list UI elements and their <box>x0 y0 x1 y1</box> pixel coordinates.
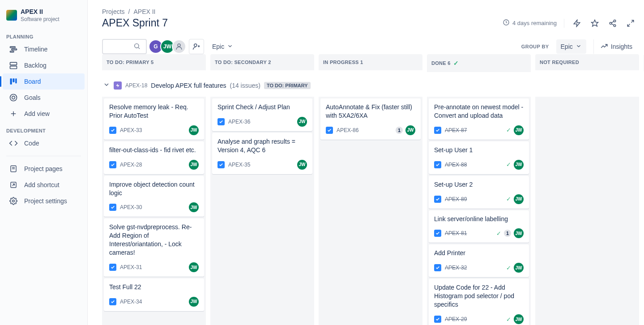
card-key[interactable]: APEX-33 <box>120 127 142 133</box>
sidebar-item-code[interactable]: Code <box>3 135 85 151</box>
card-title: Pre-annotate on newest model - Convert a… <box>434 103 524 120</box>
card-key[interactable]: APEX-31 <box>120 264 142 270</box>
column-header-done[interactable]: DONE 6✓ <box>427 54 531 72</box>
assignee-avatar[interactable]: JW <box>514 125 524 135</box>
svg-rect-0 <box>10 47 16 48</box>
issue-card[interactable]: Pre-annotate on newest model - Convert a… <box>429 98 529 140</box>
card-key[interactable]: APEX-81 <box>445 230 467 236</box>
card-key[interactable]: APEX-30 <box>120 204 142 210</box>
assignee-avatar[interactable]: JW <box>514 228 524 238</box>
issue-card[interactable]: Link server/online labellingAPEX-81✓1JW <box>429 210 529 243</box>
issue-card[interactable]: Set-up User 1APEX-88✓JW <box>429 141 529 174</box>
card-key[interactable]: APEX-86 <box>337 127 358 133</box>
sidebar-item-add-view[interactable]: Add view <box>3 106 85 122</box>
assignee-avatar[interactable]: JW <box>514 314 524 324</box>
chevron-down-icon[interactable] <box>103 81 110 90</box>
card-key[interactable]: APEX-32 <box>445 265 467 271</box>
issue-card[interactable]: filter-out-class-ids - fid rivet etc.APE… <box>104 141 204 174</box>
column-header-todo-secondary[interactable]: TO DO: SECONDARY 2 <box>210 54 314 70</box>
assignee-avatar[interactable]: JW <box>189 202 199 212</box>
development-section-label: DEVELOPMENT <box>0 122 87 135</box>
sidebar-item-timeline[interactable]: Timeline <box>3 41 85 57</box>
card-key[interactable]: APEX-88 <box>445 162 467 168</box>
card-key[interactable]: APEX-87 <box>445 127 467 133</box>
assignee-avatar[interactable]: JW <box>189 297 199 307</box>
column-body-not-required[interactable] <box>535 97 639 325</box>
insights-button[interactable]: Insights <box>593 39 636 54</box>
column-header-todo-primary[interactable]: TO DO: PRIMARY 5 <box>102 54 206 70</box>
task-type-icon <box>434 196 441 203</box>
swimlane-status[interactable]: TO DO: PRIMARY <box>264 82 311 89</box>
star-icon[interactable] <box>589 18 600 29</box>
svg-rect-7 <box>15 78 17 83</box>
sidebar-item-label: Add shortcut <box>24 181 60 188</box>
epic-key[interactable]: APEX-18 <box>125 82 147 89</box>
card-title: Analyse and graph results = Version 4, A… <box>218 137 307 154</box>
column-body-todo-secondary[interactable]: Sprint Check / Adjust PlanAPEX-36JWAnaly… <box>210 97 314 325</box>
card-footer: APEX-35JW <box>218 160 307 170</box>
card-key[interactable]: APEX-36 <box>228 119 250 125</box>
breadcrumb-projects[interactable]: Projects <box>102 8 125 15</box>
sidebar-item-backlog[interactable]: Backlog <box>3 57 85 73</box>
sidebar-item-add-shortcut[interactable]: Add shortcut <box>3 177 85 193</box>
assignee-avatar[interactable]: JW <box>514 160 524 170</box>
assignee-avatar[interactable]: JW <box>189 160 199 170</box>
sidebar-item-label: Project pages <box>24 165 63 172</box>
issue-card[interactable]: Test Full 22APEX-34JW <box>104 278 204 311</box>
assignee-avatar[interactable]: JW <box>189 262 199 272</box>
assignee-avatar[interactable]: JW <box>405 125 415 135</box>
svg-point-16 <box>13 200 15 202</box>
sidebar-item-goals[interactable]: Goals <box>3 90 85 106</box>
swimlane-header[interactable]: APEX-18 Develop APEX full features (14 i… <box>102 77 644 92</box>
task-type-icon <box>218 161 225 168</box>
issue-card[interactable]: Solve gst-nvdpreprocess. Re-Add Region o… <box>104 218 204 277</box>
assignee-avatar[interactable]: JW <box>297 160 307 170</box>
fullscreen-icon[interactable] <box>625 18 636 29</box>
column-body-todo-primary[interactable]: Resolve memory leak - Req. Prior AutoTes… <box>102 97 206 325</box>
assignee-avatar[interactable]: JW <box>514 194 524 204</box>
assignee-avatar[interactable]: JW <box>297 117 307 127</box>
column-header-in-progress[interactable]: IN PROGRESS 1 <box>319 54 422 70</box>
issue-card[interactable]: Sprint Check / Adjust PlanAPEX-36JW <box>212 98 312 131</box>
issue-card[interactable]: Analyse and graph results = Version 4, A… <box>212 133 312 174</box>
search-input[interactable] <box>102 39 147 54</box>
issue-card[interactable]: Update Code for 22 - Add Histogram pod s… <box>429 279 529 325</box>
svg-marker-35 <box>116 83 119 87</box>
avatar-unassigned[interactable] <box>172 39 186 54</box>
card-key[interactable]: APEX-28 <box>120 162 142 168</box>
breadcrumb-current[interactable]: APEX II <box>133 8 155 15</box>
automation-icon[interactable] <box>571 18 582 29</box>
column-header-not-required[interactable]: NOT REQUIRED <box>535 54 639 70</box>
days-remaining[interactable]: 4 days remaining <box>503 19 557 27</box>
add-people-button[interactable] <box>189 39 204 54</box>
issue-card[interactable]: Add PrinterAPEX-32✓JW <box>429 244 529 277</box>
issue-card[interactable]: AutoAnnotate & Fix (faster still) with 5… <box>320 98 421 140</box>
chevron-down-icon <box>576 43 582 51</box>
card-title: Solve gst-nvdpreprocess. Re-Add Region o… <box>109 223 199 257</box>
card-key[interactable]: APEX-35 <box>228 162 250 168</box>
card-key[interactable]: APEX-89 <box>445 196 467 202</box>
assignee-avatar[interactable]: JW <box>514 263 524 273</box>
issue-card[interactable]: Resolve memory leak - Req. Prior AutoTes… <box>104 98 204 140</box>
issue-card[interactable]: Improve object detection count logicAPEX… <box>104 176 204 217</box>
epic-filter-button[interactable]: Epic <box>209 39 237 54</box>
sidebar-item-project-settings[interactable]: Project settings <box>3 193 85 209</box>
days-remaining-text: 4 days remaining <box>512 20 557 26</box>
card-footer: APEX-29✓JW <box>434 314 524 324</box>
epic-title[interactable]: Develop APEX full features <box>151 82 226 89</box>
project-header[interactable]: APEX II Software project <box>0 4 87 28</box>
issue-card[interactable]: Set-up User 2APEX-89✓JW <box>429 176 529 209</box>
plus-icon <box>9 109 18 118</box>
card-title: Sprint Check / Adjust Plan <box>218 103 307 111</box>
card-key[interactable]: APEX-29 <box>445 316 467 322</box>
column-body-in-progress[interactable]: AutoAnnotate & Fix (faster still) with 5… <box>319 97 422 325</box>
assignee-avatar[interactable]: JW <box>189 125 199 135</box>
card-key[interactable]: APEX-34 <box>120 299 142 305</box>
sidebar-item-board[interactable]: Board <box>3 73 85 90</box>
share-icon[interactable] <box>607 18 618 29</box>
column-body-done[interactable]: Pre-annotate on newest model - Convert a… <box>427 97 531 325</box>
board-title[interactable]: APEX Sprint 7 <box>102 17 168 29</box>
group-by-select[interactable]: Epic <box>556 39 586 54</box>
sidebar-item-project-pages[interactable]: Project pages <box>3 161 85 177</box>
svg-rect-6 <box>13 78 14 82</box>
